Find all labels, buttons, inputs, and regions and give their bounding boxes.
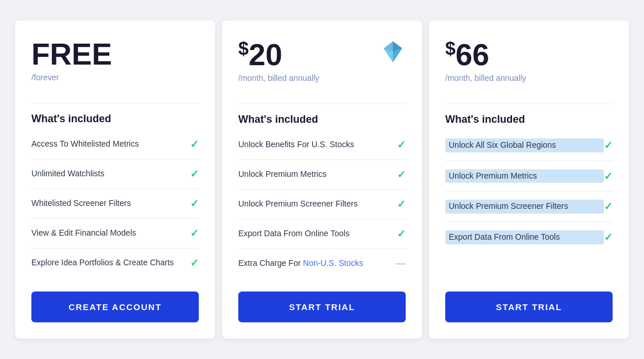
price-subtitle: /month, billed annually (238, 73, 406, 83)
feature-item: Unlock Premium Metrics ✓ (445, 161, 613, 192)
section-title: What's included (238, 113, 406, 126)
check-icon: ✓ (190, 227, 199, 240)
pricing-card-free: FREE/foreverWhat's included Access To Wh… (15, 20, 215, 339)
check-icon: ✓ (604, 231, 613, 244)
check-icon: ✓ (604, 139, 613, 152)
check-icon: ✓ (397, 198, 406, 211)
feature-list: Unlock Benefits For U.S. Stocks ✓ Unlock… (238, 130, 406, 278)
feature-text: Explore Idea Portfolios & Create Charts (31, 257, 190, 269)
divider (238, 104, 406, 104)
price-subtitle: /forever (31, 73, 199, 82)
feature-text: Unlock Premium Screener Filters (445, 200, 604, 214)
feature-text: Export Data From Online Tools (445, 230, 604, 244)
price-section: $66/month, billed annually (445, 39, 613, 83)
divider (31, 103, 199, 104)
feature-text: Unlock Premium Metrics (445, 169, 604, 183)
feature-item: Unlock Premium Screener Filters ✓ (445, 191, 613, 222)
price-section: FREE/forever (31, 39, 199, 82)
feature-text: View & Edit Financial Models (31, 228, 190, 239)
check-icon: ✓ (190, 138, 199, 151)
feature-item: Unlock Premium Screener Filters ✓ (238, 190, 406, 219)
price-amount: $66 (445, 39, 613, 70)
diamond-icon (380, 39, 406, 67)
price-title: FREE (31, 39, 199, 69)
cta-button-mid[interactable]: START TRIAL (238, 292, 406, 322)
feature-item: Unlock Premium Metrics ✓ (238, 160, 406, 190)
pricing-container: FREE/foreverWhat's included Access To Wh… (12, 20, 632, 339)
feature-list: Access To Whitelisted Metrics ✓ Unlimite… (31, 130, 199, 278)
feature-text: Export Data From Online Tools (238, 228, 397, 240)
check-icon: ✓ (604, 170, 613, 183)
feature-item: Unlock All Six Global Regions ✓ (445, 130, 613, 161)
feature-item: Extra Charge For Non-U.S. Stocks — (238, 249, 406, 278)
divider (445, 104, 613, 104)
pricing-card-mid: $20/month, billed annuallyWhat's include… (222, 20, 422, 339)
feature-list: Unlock All Six Global Regions ✓ Unlock P… (445, 130, 613, 278)
feature-item: View & Edit Financial Models ✓ (31, 219, 199, 248)
check-icon: ✓ (397, 138, 406, 151)
feature-item: Unlimited Watchlists ✓ (31, 159, 199, 189)
cta-button-premium[interactable]: START TRIAL (445, 292, 613, 322)
price-subtitle: /month, billed annually (445, 73, 613, 83)
feature-text: Whitelisted Screener Filters (31, 198, 190, 209)
feature-text: Unlock Premium Screener Filters (238, 198, 397, 210)
pricing-card-premium: $66/month, billed annuallyWhat's include… (429, 20, 629, 339)
feature-item: Access To Whitelisted Metrics ✓ (31, 130, 199, 159)
feature-text: Access To Whitelisted Metrics (31, 138, 190, 150)
feature-item: Explore Idea Portfolios & Create Charts … (31, 248, 199, 278)
check-icon: ✓ (190, 197, 199, 210)
feature-item: Export Data From Online Tools ✓ (238, 219, 406, 249)
feature-text: Unlimited Watchlists (31, 168, 190, 180)
feature-item: Export Data From Online Tools ✓ (445, 222, 613, 253)
check-icon: ✓ (397, 168, 406, 181)
cta-button-free[interactable]: CREATE ACCOUNT (31, 292, 199, 322)
feature-text: Unlock Benefits For U.S. Stocks (238, 139, 397, 151)
feature-text: Unlock All Six Global Regions (445, 138, 604, 152)
section-title: What's included (31, 113, 199, 125)
feature-item: Whitelisted Screener Filters ✓ (31, 189, 199, 219)
check-icon: ✓ (190, 168, 199, 180)
check-icon: ✓ (604, 200, 613, 213)
check-icon: ✓ (397, 228, 406, 240)
feature-item: Unlock Benefits For U.S. Stocks ✓ (238, 130, 406, 160)
feature-text: Unlock Premium Metrics (238, 169, 397, 180)
check-icon: ✓ (190, 257, 199, 269)
section-title: What's included (445, 113, 613, 126)
feature-text: Extra Charge For Non-U.S. Stocks (238, 258, 395, 269)
dash-icon: — (395, 257, 406, 269)
